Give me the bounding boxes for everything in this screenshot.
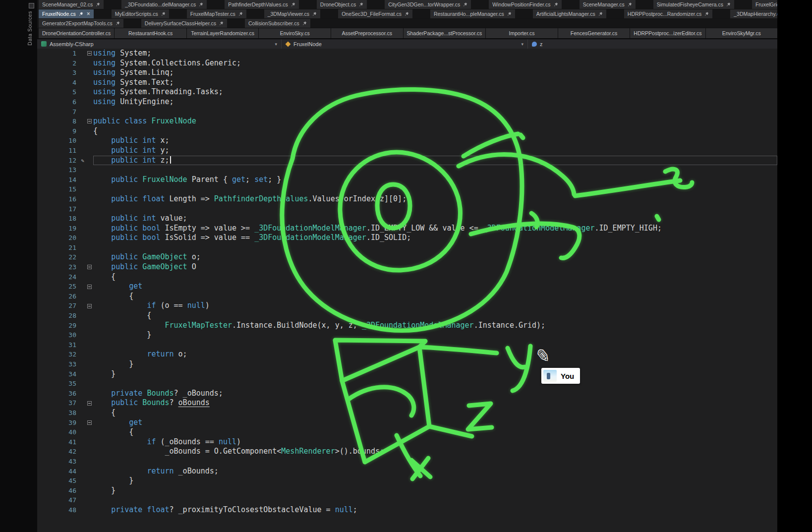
code-line-18[interactable]: 18 public int value; <box>37 214 777 224</box>
code-line-31[interactable]: 31 <box>37 340 777 350</box>
member-dropdown[interactable]: z <box>528 39 592 49</box>
code-line-21[interactable]: 21 <box>37 243 777 253</box>
tab-envirosky-cs[interactable]: EnviroSky.cs <box>259 28 331 38</box>
code-line-33[interactable]: 33 } <box>37 359 777 369</box>
code-line-24[interactable]: 24 { <box>37 272 777 282</box>
pin-icon[interactable] <box>463 2 467 7</box>
code-line-34[interactable]: 34 } <box>37 369 777 379</box>
tab-droneobject-cs[interactable]: DroneObject.cs <box>317 0 367 9</box>
code-line-25[interactable]: 25 get <box>37 282 777 292</box>
code-line-48[interactable]: 48 private float? _proximityToClosestObs… <box>37 505 777 515</box>
pin-icon[interactable] <box>726 2 731 7</box>
tab--3dfoundatio-delmanager-cs[interactable]: _3DFoundatio...delManager.cs <box>121 0 207 9</box>
chevron-down-icon[interactable]: ▾ <box>275 42 277 47</box>
code-line-44[interactable]: 44 return _oBounds; <box>37 467 777 476</box>
code-line-29[interactable]: 29 FruxelMapTester.Instance.BuildNode(x,… <box>37 321 777 331</box>
pin-icon[interactable] <box>405 11 409 16</box>
collapse-icon[interactable] <box>87 304 92 308</box>
pin-icon[interactable] <box>238 11 243 16</box>
code-line-47[interactable]: 47 <box>37 495 777 505</box>
tab-pathfinderdepthvalues-cs[interactable]: PathfinderDepthValues.cs <box>225 0 299 9</box>
collapse-icon[interactable] <box>87 119 92 123</box>
code-line-40[interactable]: 40 { <box>37 427 777 437</box>
collapse-icon[interactable] <box>87 51 92 56</box>
code-line-4[interactable]: 4using System.Text; <box>37 78 777 88</box>
tab-droneorientationcontroller-cs[interactable]: DroneOrientationController.cs <box>39 28 114 38</box>
pin-icon[interactable] <box>219 21 224 26</box>
code-line-36[interactable]: 36 private Bounds? _oBounds; <box>37 389 777 399</box>
collapse-icon[interactable] <box>87 420 92 425</box>
pin-icon[interactable] <box>554 2 558 7</box>
code-line-15[interactable]: 15 <box>37 184 777 194</box>
code-line-23[interactable]: 23 public GameObject O <box>37 262 777 272</box>
code-line-41[interactable]: 41 if (_oBounds == null) <box>37 437 777 447</box>
tab-importer-cs[interactable]: Importer.cs <box>486 28 558 38</box>
code-line-3[interactable]: 3using System.Linq; <box>37 68 777 78</box>
tab-scenemanager-02-cs[interactable]: SceneManager_02.cs <box>39 0 104 9</box>
pin-icon[interactable] <box>96 2 100 7</box>
tab-fruxelmaptester-cs[interactable]: FruxelMapTester.cs <box>187 9 246 18</box>
code-line-38[interactable]: 38 { <box>37 408 777 418</box>
code-line-12[interactable]: 12✎ public int z; <box>37 156 777 166</box>
tab-windowpositionfinder-cs[interactable]: WindowPositionFinder.cs <box>489 0 561 9</box>
code-line-5[interactable]: 5using System.Threading.Tasks; <box>37 87 777 97</box>
code-line-2[interactable]: 2using System.Collections.Generic; <box>37 59 777 68</box>
code-line-13[interactable]: 13 <box>37 165 777 175</box>
code-line-22[interactable]: 22 public GameObject o; <box>37 252 777 262</box>
tab-assetpreprocessor-cs[interactable]: AssetPreprocessor.cs <box>331 28 403 38</box>
code-line-37[interactable]: 37 public Bounds? oBounds <box>37 398 777 408</box>
tab--3dmaphierarchy-cs[interactable]: _3DMapHierarchy.cs <box>730 9 777 18</box>
tab-myeditorscripts-cs[interactable]: MyEditorScripts.cs <box>112 9 169 18</box>
code-line-14[interactable]: 14 public FruxelNode Parent { get; set; … <box>37 175 777 185</box>
code-line-42[interactable]: 42 _oBounds = O.GetComponent<MeshRendere… <box>37 447 777 457</box>
code-line-28[interactable]: 28 { <box>37 311 777 321</box>
code-line-11[interactable]: 11 public int y; <box>37 146 777 156</box>
tab-citygen3dgen-torwrapper-cs[interactable]: CityGen3DGen...torWrapper.cs <box>385 0 471 9</box>
tab-deliverysurfaceclasshelper-cs[interactable]: DeliverySurfaceClassHelper.cs <box>141 19 227 28</box>
code-line-6[interactable]: 6using UnityEngine; <box>37 97 777 107</box>
code-editor[interactable]: 1using System;2using System.Collections.… <box>37 49 777 532</box>
code-line-1[interactable]: 1using System; <box>37 49 777 59</box>
tab-enviroskymgr-cs[interactable]: EnviroSkyMgr.cs <box>706 28 778 38</box>
project-dropdown[interactable]: Assembly-CSharp ▾ <box>37 39 282 49</box>
code-line-16[interactable]: 16 public float Length => PathfinderDept… <box>37 194 777 204</box>
pin-icon[interactable] <box>507 11 512 16</box>
tab-generator2exportmaptools-cs[interactable]: Generator2ExportMapTools.cs <box>39 19 123 28</box>
tab-fruxelnode-cs[interactable]: FruxelNode.cs× <box>39 9 94 18</box>
code-line-10[interactable]: 10 public int x; <box>37 136 777 146</box>
pin-icon[interactable] <box>628 2 632 7</box>
close-icon[interactable]: × <box>86 11 90 17</box>
tab-fencesgenerator-cs[interactable]: FencesGenerator.cs <box>558 28 630 38</box>
tab-artificiallightsmanager-cs[interactable]: ArtificialLightsManager.cs <box>533 9 606 18</box>
type-dropdown[interactable]: FruxelNode ▾ <box>282 39 528 49</box>
tab--3dmapviewer-cs[interactable]: _3DMapViewer.cs <box>264 9 320 18</box>
pin-icon[interactable] <box>359 2 363 7</box>
code-line-43[interactable]: 43 <box>37 457 777 467</box>
pin-icon[interactable] <box>312 11 317 16</box>
tab-simulatedfisheyecamera-cs[interactable]: SimulatedFisheyeCamera.cs <box>653 0 734 9</box>
code-line-17[interactable]: 17 <box>37 204 777 214</box>
tab-fruxelgrid-cs[interactable]: FruxelGrid.cs <box>752 0 777 9</box>
collapse-icon[interactable] <box>87 401 92 406</box>
tab-onesec3d-fileformat-cs[interactable]: OneSec3D_FileFormat.cs <box>338 9 412 18</box>
tab-hdrppostproc-izereditor-cs[interactable]: HDRPPostproc...izerEditor.cs <box>630 28 705 38</box>
pin-icon[interactable] <box>598 11 603 16</box>
pin-icon[interactable] <box>199 2 203 7</box>
code-line-26[interactable]: 26 { <box>37 292 777 301</box>
code-line-9[interactable]: 9{ <box>37 126 777 136</box>
collapse-icon[interactable] <box>87 285 92 289</box>
code-line-7[interactable]: 7 <box>37 107 777 117</box>
tab-terrainlayerrandomizer-cs[interactable]: TerrainLayerRandomizer.cs <box>187 28 259 38</box>
tab-scenemanager-cs[interactable]: SceneManager.cs <box>580 0 636 9</box>
code-line-46[interactable]: 46 } <box>37 486 777 496</box>
pin-icon[interactable] <box>291 2 295 7</box>
pin-icon[interactable] <box>161 11 166 16</box>
chevron-down-icon[interactable]: ▾ <box>521 42 523 47</box>
code-line-20[interactable]: 20 public bool IsSolid => value == _3DFo… <box>37 233 777 243</box>
pin-icon[interactable] <box>704 11 709 16</box>
code-line-27[interactable]: 27 if (o == null) <box>37 301 777 311</box>
pin-icon[interactable] <box>302 21 307 26</box>
code-line-19[interactable]: 19 public bool IsEmpty => value >= _3DFo… <box>37 224 777 234</box>
tab-restauranthook-cs[interactable]: RestaurantHook.cs <box>115 28 186 38</box>
tab-restaurantho-plemanager-cs[interactable]: RestaurantHo...pleManager.cs <box>430 9 515 18</box>
